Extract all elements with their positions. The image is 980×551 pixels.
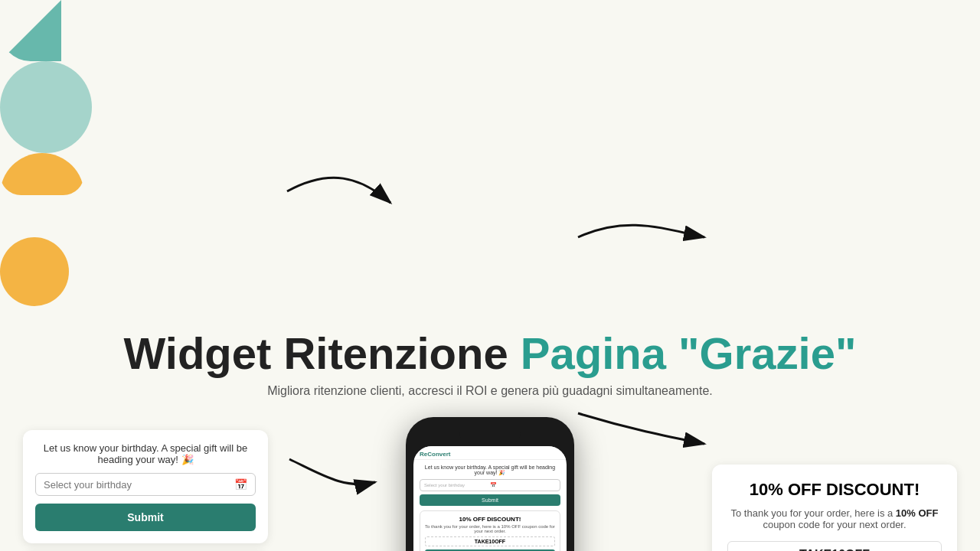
discount-card: 10% OFF DISCOUNT! To thank you for your … <box>712 465 957 551</box>
phone-calendar-icon: 📅 <box>490 482 556 488</box>
phone-app-header: ReConvert <box>413 446 567 460</box>
title-teal: Pagina "Grazie" <box>521 328 857 378</box>
page-title: Widget Ritenzione Pagina "Grazie" <box>15 329 965 378</box>
decoration-yellow-semicircle <box>0 153 84 237</box>
birthday-submit-button[interactable]: Submit <box>35 504 256 531</box>
discount-highlight: 10% OFF <box>896 507 939 519</box>
left-column: Let us know your birthday. A special gif… <box>23 430 268 551</box>
page-header: Widget Ritenzione Pagina "Grazie" Miglio… <box>0 306 980 406</box>
phone-discount-card: 10% OFF DISCOUNT! To thank you for your … <box>420 510 560 551</box>
decoration-teal-circle <box>0 61 92 153</box>
phone-discount-desc: To thank you for your order, here is a 1… <box>425 524 555 533</box>
decoration-teal-corner <box>0 0 61 61</box>
discount-description: To thank you for your order, here is a 1… <box>727 507 942 530</box>
calendar-icon: 📅 <box>234 478 247 491</box>
phone-logo: ReConvert <box>420 451 560 458</box>
phone-submit-btn: Submit <box>420 494 560 506</box>
main-content: Let us know your birthday. A special gif… <box>0 409 980 551</box>
discount-desc-suffix: coupon code for your next order. <box>763 519 906 530</box>
coupon-code-box: TAKE10OFF <box>727 541 942 551</box>
birthday-input-container[interactable]: 📅 <box>35 473 256 496</box>
phone-birthday-input: Select your birthday 📅 <box>420 479 560 491</box>
discount-title: 10% OFF DISCOUNT! <box>727 480 942 500</box>
phone-frame: ReConvert Let us know your birthday. A s… <box>406 417 574 551</box>
title-black: Widget Ritenzione <box>124 328 508 378</box>
discount-desc-prefix: To thank you for your order, here is a <box>731 507 893 519</box>
birthday-message: Let us know your birthday. A special gif… <box>35 442 256 465</box>
phone-discount-title: 10% OFF DISCOUNT! <box>425 516 555 523</box>
decoration-yellow-circle <box>0 237 69 306</box>
phone-notch <box>459 428 521 443</box>
phone-birthday-msg: Let us know your birthday. A special gif… <box>420 465 560 476</box>
phone-screen-content: Let us know your birthday. A special gif… <box>413 460 567 551</box>
birthday-input[interactable] <box>44 479 234 491</box>
phone-coupon-code: TAKE10OFF <box>425 536 555 546</box>
birthday-widget: Let us know your birthday. A special gif… <box>23 430 268 543</box>
page-subtitle: Migliora ritenzione clienti, accresci il… <box>15 384 965 398</box>
right-column: 10% OFF DISCOUNT! To thank you for your … <box>712 465 957 551</box>
phone-mockup: ReConvert Let us know your birthday. A s… <box>390 417 590 551</box>
phone-input-placeholder: Select your birthday <box>424 483 490 487</box>
phone-screen: ReConvert Let us know your birthday. A s… <box>413 446 567 551</box>
